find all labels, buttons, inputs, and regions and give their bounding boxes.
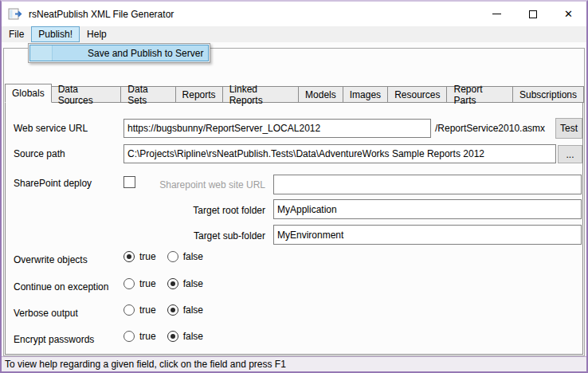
radio-option-label: false — [183, 304, 203, 316]
web-service-suffix-label: /ReportService2010.asmx — [435, 123, 545, 134]
radio-option-label: true — [139, 278, 156, 289]
tab-reports[interactable]: Reports — [176, 86, 223, 103]
radio-row: truefalse — [123, 251, 214, 262]
radio-true[interactable] — [123, 251, 135, 262]
radio-option-label: true — [139, 304, 156, 316]
web-service-url-label: Web service URL — [14, 123, 88, 134]
menu-file[interactable]: File — [2, 26, 31, 42]
radio-true[interactable] — [123, 304, 135, 316]
test-button[interactable]: Test — [555, 118, 582, 139]
radio-false[interactable] — [167, 251, 178, 262]
window-title: rsNeatPublish XML File Generator — [29, 9, 174, 20]
radio-false[interactable] — [167, 331, 178, 342]
radio-true[interactable] — [123, 278, 135, 289]
browse-button[interactable]: ... — [558, 145, 582, 163]
title-bar: rsNeatPublish XML File Generator ✕ — [2, 2, 586, 26]
radio-row: truefalse — [123, 331, 214, 342]
target-root-folder-label: Target root folder — [122, 205, 265, 216]
app-window: rsNeatPublish XML File Generator ✕ File … — [0, 0, 588, 373]
tab-subscriptions[interactable]: Subscriptions — [513, 86, 584, 103]
sharepoint-deploy-label: SharePoint deploy — [14, 178, 92, 189]
target-root-folder-input[interactable] — [273, 199, 582, 219]
menu-item-label: Save and Publish to Server — [88, 48, 203, 59]
radio-option-label: false — [183, 278, 203, 289]
tab-report-parts[interactable]: Report Parts — [447, 86, 512, 103]
radio-false[interactable] — [167, 304, 178, 316]
menu-help[interactable]: Help — [80, 26, 114, 42]
radio-true[interactable] — [123, 331, 135, 342]
menu-publish[interactable]: Publish! — [31, 26, 80, 42]
radio-option-label: true — [139, 251, 156, 262]
close-button[interactable]: ✕ — [551, 2, 586, 26]
tab-globals[interactable]: Globals — [5, 84, 52, 103]
maximize-icon — [529, 10, 537, 18]
main-panel: GlobalsData SourcesData SetsReportsLinke… — [3, 48, 585, 356]
app-icon — [8, 7, 24, 21]
source-path-input[interactable] — [123, 144, 556, 163]
radio-option-label: true — [139, 331, 156, 342]
menu-bar: File Publish! Help — [2, 26, 586, 42]
tab-images[interactable]: Images — [343, 86, 388, 103]
source-path-label: Source path — [14, 148, 65, 159]
tab-data-sets[interactable]: Data Sets — [121, 86, 175, 103]
radio-group-label: Continue on exception — [14, 281, 108, 293]
menu-icon-gutter — [30, 45, 53, 61]
maximize-button[interactable] — [515, 2, 551, 26]
minimize-icon — [492, 14, 501, 14]
publish-dropdown-menu: Save and Publish to Server — [28, 43, 210, 63]
status-text: To view help regarding a given field, cl… — [5, 359, 286, 370]
menu-item-save-and-publish[interactable]: Save and Publish to Server — [29, 45, 209, 61]
tab-data-sources[interactable]: Data Sources — [52, 86, 122, 103]
radio-group-label: Verbose output — [14, 308, 78, 319]
radio-option-label: false — [183, 331, 203, 342]
close-icon: ✕ — [564, 9, 573, 19]
radio-group-label: Encrypt passwords — [14, 334, 94, 345]
target-sub-folder-input[interactable] — [273, 225, 582, 245]
tab-strip: GlobalsData SourcesData SetsReportsLinke… — [5, 84, 584, 103]
minimize-button[interactable] — [479, 2, 515, 26]
radio-row: truefalse — [123, 278, 214, 289]
tab-page-globals: Web service URL /ReportService2010.asmx … — [5, 102, 583, 355]
sharepoint-url-input[interactable] — [273, 175, 582, 194]
tab-linked-reports[interactable]: Linked Reports — [223, 86, 299, 103]
tab-models[interactable]: Models — [299, 86, 343, 103]
radio-option-label: false — [183, 251, 203, 262]
radio-false[interactable] — [167, 278, 178, 289]
sharepoint-url-label: Sharepoint web site URL — [122, 179, 265, 190]
client-area: Save and Publish to Server GlobalsData S… — [2, 42, 586, 371]
web-service-url-input[interactable] — [123, 119, 431, 138]
tab-resources[interactable]: Resources — [388, 86, 447, 103]
radio-group-label: Overwrite objects — [14, 254, 88, 265]
target-sub-folder-label: Target sub-folder — [122, 230, 265, 241]
status-bar: To view help regarding a given field, cl… — [2, 356, 586, 371]
radio-row: truefalse — [123, 304, 214, 316]
